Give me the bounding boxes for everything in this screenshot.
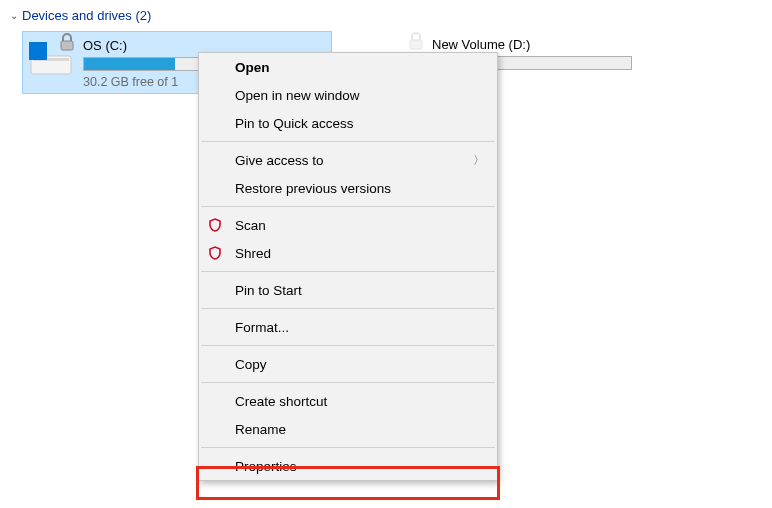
menu-scan[interactable]: Scan — [199, 211, 497, 239]
context-menu: Open Open in new window Pin to Quick acc… — [198, 52, 498, 481]
menu-give-access-to[interactable]: Give access to 〉 — [199, 146, 497, 174]
svg-rect-3 — [29, 42, 38, 51]
section-header-devices-drives[interactable]: ⌄ Devices and drives (2) — [0, 0, 772, 29]
drive-name: New Volume (D:) — [432, 37, 676, 52]
section-title: Devices and drives (2) — [22, 8, 151, 23]
svg-rect-4 — [39, 42, 48, 51]
menu-separator — [201, 308, 495, 309]
drive-icon — [29, 36, 73, 80]
menu-separator — [201, 345, 495, 346]
menu-separator — [201, 271, 495, 272]
menu-pin-to-start[interactable]: Pin to Start — [199, 276, 497, 304]
drive-name: OS (C:) — [83, 38, 325, 53]
menu-restore-previous-versions[interactable]: Restore previous versions — [199, 174, 497, 202]
menu-rename[interactable]: Rename — [199, 415, 497, 443]
menu-separator — [201, 141, 495, 142]
menu-separator — [201, 382, 495, 383]
svg-rect-7 — [61, 41, 73, 50]
menu-format[interactable]: Format... — [199, 313, 497, 341]
menu-open-new-window[interactable]: Open in new window — [199, 81, 497, 109]
shield-icon — [207, 245, 223, 261]
drive-usage-fill — [84, 58, 175, 70]
menu-create-shortcut[interactable]: Create shortcut — [199, 387, 497, 415]
svg-rect-9 — [410, 40, 422, 49]
svg-rect-5 — [29, 52, 38, 61]
lock-icon — [406, 31, 426, 54]
submenu-arrow-icon: 〉 — [473, 152, 485, 169]
menu-separator — [201, 206, 495, 207]
menu-copy[interactable]: Copy — [199, 350, 497, 378]
chevron-down-icon: ⌄ — [10, 10, 18, 21]
lock-icon — [57, 32, 77, 55]
menu-shred[interactable]: Shred — [199, 239, 497, 267]
svg-rect-6 — [39, 52, 48, 61]
menu-open[interactable]: Open — [199, 53, 497, 81]
menu-separator — [201, 447, 495, 448]
menu-properties[interactable]: Properties — [199, 452, 497, 480]
menu-pin-quick-access[interactable]: Pin to Quick access — [199, 109, 497, 137]
shield-icon — [207, 217, 223, 233]
